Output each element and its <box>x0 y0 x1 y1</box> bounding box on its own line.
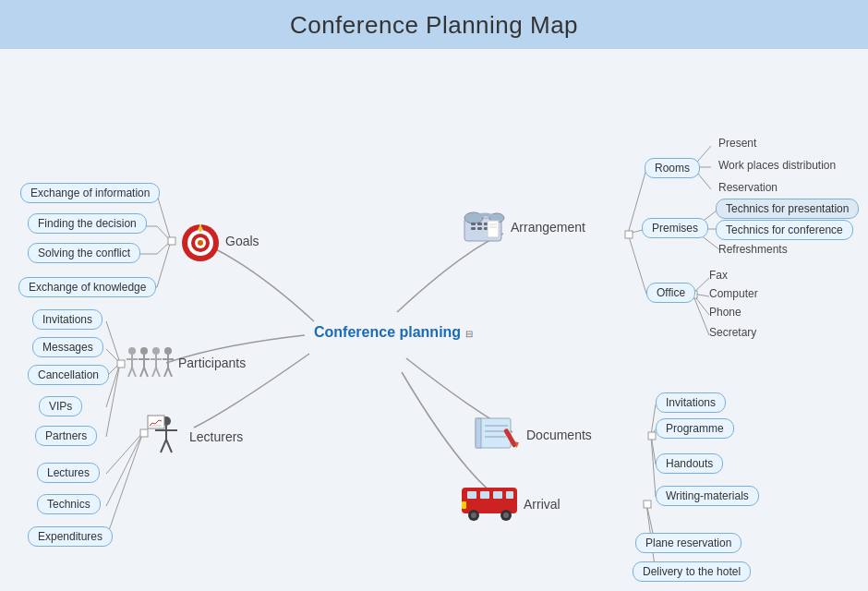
svg-line-70 <box>168 368 172 377</box>
goals-label: Goals <box>225 234 259 248</box>
svg-line-59 <box>140 368 144 377</box>
svg-point-48 <box>198 240 203 246</box>
goals-item-1[interactable]: Exchange of information <box>20 183 160 203</box>
documents-label: Documents <box>526 428 592 442</box>
rooms-node[interactable]: Rooms <box>645 158 700 178</box>
premises-node[interactable]: Premises <box>642 218 708 238</box>
participants-item-3[interactable]: Cancellation <box>28 365 109 385</box>
page-title: Conference Planning Map <box>290 11 578 39</box>
svg-rect-14 <box>117 360 125 368</box>
svg-line-55 <box>132 368 136 377</box>
arrival-item-1[interactable]: Plane reservation <box>635 533 741 553</box>
lecturers-icon <box>146 414 187 464</box>
svg-rect-100 <box>493 491 502 499</box>
arrangement-label: Arrangement <box>511 220 585 235</box>
svg-rect-76 <box>148 416 164 428</box>
lecturers-item-1[interactable]: Lectures <box>37 463 100 483</box>
office-item-2: Computer <box>709 287 758 300</box>
documents-item-1[interactable]: Invitations <box>656 392 726 413</box>
svg-line-64 <box>152 368 156 377</box>
central-node: Conference planning ⊟ <box>314 324 473 341</box>
svg-point-103 <box>471 513 476 518</box>
svg-line-69 <box>164 368 168 377</box>
svg-line-0 <box>157 195 171 241</box>
svg-line-33 <box>693 294 709 315</box>
svg-point-61 <box>152 347 160 355</box>
svg-line-75 <box>166 440 172 452</box>
svg-rect-98 <box>467 491 476 499</box>
svg-rect-99 <box>480 491 489 499</box>
svg-line-16 <box>106 432 143 506</box>
svg-line-54 <box>128 368 132 377</box>
office-item-4: Secretary <box>709 326 756 339</box>
participants-label: Participants <box>178 356 246 370</box>
office-item-1: Fax <box>709 269 728 282</box>
lecturers-item-3[interactable]: Expenditures <box>28 526 113 547</box>
svg-line-74 <box>161 440 166 452</box>
svg-line-60 <box>144 368 148 377</box>
svg-line-9 <box>106 321 120 363</box>
svg-point-56 <box>140 347 148 355</box>
goals-item-4[interactable]: Exchange of knowledge <box>18 277 156 297</box>
participants-item-1[interactable]: Invitations <box>32 309 102 330</box>
rooms-item-3: Reservation <box>718 181 778 194</box>
rooms-item-1: Present <box>718 137 756 150</box>
svg-line-10 <box>106 349 120 363</box>
rooms-item-2: Work places distribution <box>718 159 836 172</box>
documents-item-3[interactable]: Handouts <box>656 453 723 474</box>
svg-line-1 <box>157 226 171 241</box>
lecturers-item-2[interactable]: Technics <box>37 494 101 514</box>
svg-line-34 <box>693 294 709 335</box>
svg-line-2 <box>157 241 171 254</box>
goals-icon <box>180 223 222 268</box>
arrival-icon <box>460 483 523 525</box>
participants-item-4[interactable]: VIPs <box>39 396 82 416</box>
goals-item-3[interactable]: Solving the conflict <box>28 243 140 263</box>
premises-item-2[interactable]: Technics for conference <box>716 220 853 240</box>
participants-item-2[interactable]: Messages <box>32 337 103 357</box>
arrangement-icon <box>460 204 511 254</box>
participants-icon <box>125 344 175 385</box>
premises-item-1[interactable]: Technics for presentation <box>716 199 859 219</box>
svg-line-17 <box>106 432 143 538</box>
main-area: Conference planning ⊟ Goals Exchange of … <box>0 49 868 591</box>
office-node[interactable]: Office <box>646 283 695 303</box>
svg-rect-84 <box>471 227 476 230</box>
svg-line-15 <box>106 432 143 474</box>
arrival-label: Arrival <box>524 497 561 512</box>
svg-point-105 <box>503 513 509 518</box>
svg-rect-85 <box>477 227 482 230</box>
premises-item-3: Refreshments <box>718 243 788 256</box>
svg-rect-101 <box>506 491 513 499</box>
documents-item-4[interactable]: Writing-materials <box>656 486 759 506</box>
svg-line-21 <box>628 234 646 294</box>
svg-line-12 <box>106 363 120 407</box>
header: Conference Planning Map <box>0 0 868 49</box>
office-item-3: Phone <box>709 306 741 319</box>
lecturers-label: Lecturers <box>189 429 243 444</box>
svg-line-3 <box>157 241 171 287</box>
documents-item-2[interactable]: Programme <box>656 418 734 439</box>
arrival-item-2[interactable]: Delivery to the hotel <box>633 561 751 582</box>
svg-rect-43 <box>644 501 651 508</box>
connection-lines <box>0 49 868 591</box>
svg-line-65 <box>156 368 160 377</box>
svg-point-66 <box>164 347 172 355</box>
svg-rect-40 <box>648 432 656 440</box>
svg-rect-82 <box>477 223 482 225</box>
goals-item-2[interactable]: Finding the decision <box>28 213 147 234</box>
svg-rect-81 <box>471 223 476 225</box>
svg-rect-87 <box>488 221 499 237</box>
svg-point-51 <box>128 347 136 355</box>
svg-rect-22 <box>625 231 633 238</box>
svg-rect-4 <box>168 237 175 245</box>
documents-icon <box>471 414 526 459</box>
participants-item-5[interactable]: Partners <box>35 426 97 446</box>
svg-rect-106 <box>462 501 466 509</box>
svg-rect-91 <box>476 418 481 448</box>
